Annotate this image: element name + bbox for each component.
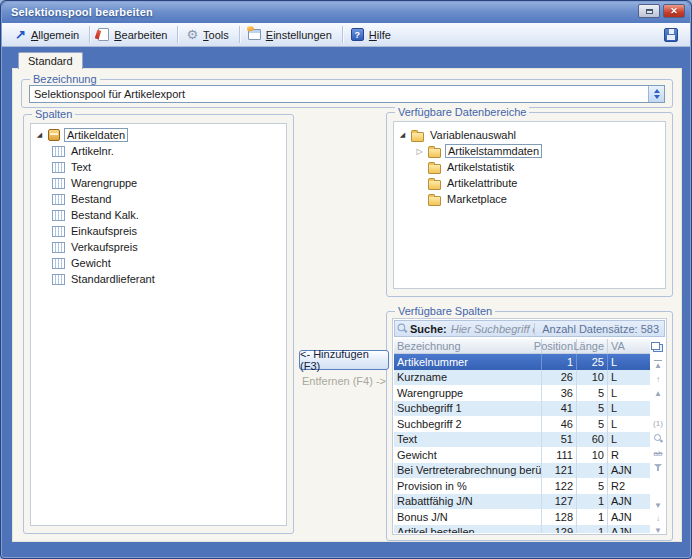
- toolbar-item-bearbeiten[interactable]: Bearbeiten: [93, 26, 174, 43]
- tree-item-root[interactable]: ◢Variablenauswahl: [398, 127, 663, 143]
- move-up-icon[interactable]: ↑: [650, 373, 666, 386]
- table-cell: 1: [577, 463, 608, 479]
- tree-item[interactable]: Warengruppe: [35, 175, 284, 191]
- restore-button[interactable]: [638, 4, 660, 18]
- tree-item[interactable]: Bestand Kalk.: [35, 207, 284, 223]
- scroll-up-icon[interactable]: ▲: [650, 387, 666, 400]
- settings-window-icon: [248, 29, 261, 40]
- toolbar-item-einstellungen[interactable]: Einstellungen: [243, 27, 339, 43]
- grid-header-cell[interactable]: VA: [608, 339, 653, 353]
- table-cell: 46: [542, 416, 577, 432]
- table-cell: L: [608, 432, 653, 448]
- toolbar-item-tools[interactable]: ⚙Tools: [181, 26, 235, 43]
- groupbox-bezeichnung: Bezeichnung Selektionspool für Artikelex…: [21, 79, 673, 108]
- hinzufuegen-button[interactable]: <- Hinzufügen (F3): [299, 350, 389, 370]
- table-cell: Gewicht: [394, 447, 542, 463]
- tree-item[interactable]: Verkaufspreis: [35, 239, 284, 255]
- table-cell: R2: [608, 478, 653, 494]
- sort-icon[interactable]: ab: [650, 447, 666, 460]
- tree-item[interactable]: ▷Artikelstammdaten: [398, 143, 663, 159]
- save-icon[interactable]: [664, 28, 678, 42]
- record-count: Anzahl Datensätze: 583: [534, 323, 662, 335]
- tree-item-label: Text: [69, 161, 93, 173]
- toolbar-item-label: Bearbeiten: [114, 29, 167, 41]
- window-title: Selektionspool bearbeiten: [11, 6, 153, 18]
- table-row[interactable]: Warengruppe365L: [394, 385, 653, 401]
- grid-header[interactable]: BezeichnungPositionLängeVA: [394, 339, 653, 354]
- tree-item[interactable]: Artikelattribute: [398, 175, 663, 191]
- tree-item[interactable]: Artikelnr.: [35, 143, 284, 159]
- table-cell: Bonus J/N: [394, 509, 542, 525]
- table-column-icon: [52, 194, 65, 205]
- table-cell: AJN: [608, 509, 653, 525]
- tree-item-label: Artikelstammdaten: [445, 144, 542, 158]
- move-to-bottom-icon[interactable]: ▼: [650, 525, 666, 535]
- collapsed-triangle-icon[interactable]: ▷: [415, 147, 424, 156]
- table-row[interactable]: Rabattfähig J/N1271AJN: [394, 494, 653, 510]
- scroll-down-icon[interactable]: ▼: [650, 499, 666, 512]
- table-row[interactable]: Text5160L: [394, 432, 653, 448]
- table-row[interactable]: Gewicht11110R: [394, 447, 653, 463]
- tab-standard[interactable]: Standard: [18, 52, 83, 69]
- grid-header-cell[interactable]: Bezeichnung: [394, 339, 542, 353]
- bezeichnung-value: Selektionspool für Artikelexport: [30, 88, 648, 100]
- table-row[interactable]: Bei Vertreterabrechnung berücksichtigen1…: [394, 463, 653, 479]
- bezeichnung-combobox[interactable]: Selektionspool für Artikelexport: [29, 85, 665, 103]
- table-cell: 128: [542, 509, 577, 525]
- search-bar[interactable]: Suche: Hier Suchbegriff einge Anzahl Dat…: [394, 320, 665, 337]
- toolbar-item-allgemein[interactable]: ↗Allgemein: [10, 27, 86, 43]
- tree-item[interactable]: Standardlieferant: [35, 271, 284, 287]
- tree-item[interactable]: Gewicht: [35, 255, 284, 271]
- table-cell: L: [608, 416, 653, 432]
- table-column-icon: [52, 274, 65, 285]
- columns-grid: BezeichnungPositionLängeVA Artikelnummer…: [394, 339, 653, 533]
- tree-item-label: Warengruppe: [69, 177, 139, 189]
- group-count-icon[interactable]: (1): [650, 417, 666, 430]
- tab-standard-label: Standard: [28, 55, 73, 67]
- tree-item[interactable]: Artikelstatistik: [398, 159, 663, 175]
- entfernen-button[interactable]: Entfernen (F4) ->: [299, 375, 389, 387]
- table-cell: L: [608, 370, 653, 386]
- filter-icon[interactable]: [650, 461, 666, 474]
- table-cell: Rabattfähig J/N: [394, 494, 542, 510]
- search-input[interactable]: Hier Suchbegriff einge: [451, 323, 535, 335]
- titlebar[interactable]: Selektionspool bearbeiten ✕: [2, 2, 690, 23]
- toolbar-item-label: Einstellungen: [266, 29, 332, 41]
- move-to-top-icon[interactable]: ▲: [650, 359, 666, 372]
- table-row[interactable]: Artikelnummer125L: [394, 354, 653, 370]
- tree-item[interactable]: Einkaufspreis: [35, 223, 284, 239]
- grid-header-cell[interactable]: Position: [542, 339, 577, 353]
- table-row[interactable]: Provision in %1225R2: [394, 478, 653, 494]
- column-chooser-icon[interactable]: [650, 341, 666, 354]
- move-down-icon[interactable]: ↓: [650, 512, 666, 525]
- close-button[interactable]: ✕: [663, 4, 685, 18]
- folder-icon: [428, 148, 441, 158]
- tree-item-root[interactable]: ◢Artikeldaten: [35, 127, 284, 143]
- table-row[interactable]: Suchbegriff 2465L: [394, 416, 653, 432]
- table-row[interactable]: Bonus J/N1281AJN: [394, 509, 653, 525]
- table-column-icon: [52, 178, 65, 189]
- grid-header-cell[interactable]: Länge: [577, 339, 608, 353]
- dialog-window: Selektionspool bearbeiten ✕ ↗AllgemeinBe…: [0, 0, 692, 559]
- table-cell: 5: [577, 416, 608, 432]
- table-cell: AJN: [608, 463, 653, 479]
- tree-item[interactable]: Bestand: [35, 191, 284, 207]
- table-cell: L: [608, 401, 653, 417]
- table-cell: 10: [577, 447, 608, 463]
- combobox-spinner-button[interactable]: [648, 86, 664, 102]
- table-column-icon: [52, 226, 65, 237]
- toolbar-separator: [342, 26, 343, 43]
- grid-search-icon[interactable]: [650, 432, 666, 445]
- toolbar-item-label: Hilfe: [369, 29, 391, 41]
- table-column-icon: [52, 146, 65, 157]
- table-row[interactable]: Artikel bestellen1291AJN: [394, 525, 653, 534]
- table-cell: Suchbegriff 1: [394, 401, 542, 417]
- expanded-triangle-icon[interactable]: ◢: [35, 131, 44, 139]
- expanded-triangle-icon[interactable]: ◢: [398, 131, 407, 139]
- table-row[interactable]: Kurzname2610L: [394, 370, 653, 386]
- table-row[interactable]: Suchbegriff 1415L: [394, 401, 653, 417]
- toolbar-item-hilfe[interactable]: ?Hilfe: [346, 26, 398, 43]
- tree-item[interactable]: Text: [35, 159, 284, 175]
- tree-item[interactable]: Marketplace: [398, 191, 663, 207]
- folder-icon: [428, 180, 441, 190]
